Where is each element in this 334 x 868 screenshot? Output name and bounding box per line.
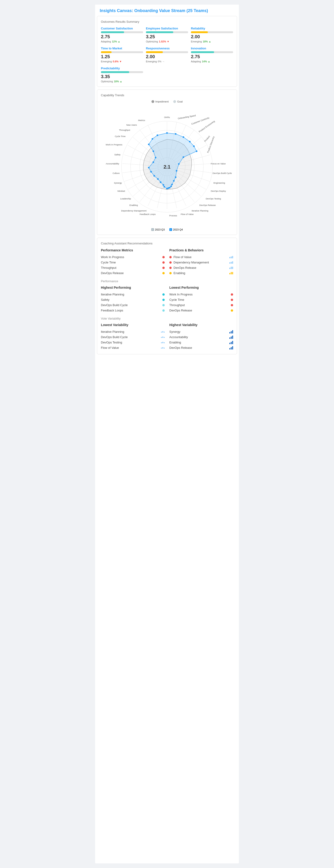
practices-heading: Practices & Behaviors: [169, 248, 233, 252]
low-var-bars-2: [161, 342, 165, 343]
outcome-trend-5: 14% ▲: [202, 60, 210, 63]
svg-point-62: [148, 144, 150, 145]
low-var-item-0: Iterative Planning: [101, 329, 165, 334]
svg-point-57: [150, 171, 152, 173]
high-var-list: Synergy Accountability Enabling DevOps R…: [169, 329, 233, 350]
q3-label-container[interactable]: ✓ 2023 Q3: [151, 228, 165, 231]
highest-label-2: DevOps Build Cycle: [101, 303, 128, 307]
low-var-item-1: DevOps Build Cycle: [101, 334, 165, 340]
practice-left-2: DevOps Release: [169, 266, 196, 270]
main-container: Insights Canvas: Onboarding Value Stream…: [95, 5, 239, 863]
capability-title: Capability Trends: [101, 93, 233, 97]
q4-checkbox[interactable]: ✓: [169, 228, 172, 231]
highest-item-0: Iterative Planning: [101, 292, 165, 297]
svg-point-52: [163, 186, 165, 188]
highest-dot-3: [162, 309, 165, 312]
low-var-label-3: Flow of Value: [101, 346, 119, 349]
goal-label: Goal: [177, 100, 183, 103]
high-var-label-0: Synergy: [169, 330, 180, 334]
svg-point-53: [162, 184, 164, 186]
lowest-heading: Lowest Performing: [169, 286, 233, 289]
outcome-value-2: 2.00: [191, 34, 233, 39]
svg-text:New Users: New Users: [126, 124, 137, 126]
coaching-section: Coaching Assistant Recommendations Perfo…: [97, 238, 237, 354]
high-var-bars-2: [230, 341, 233, 344]
practice-bar-0: [230, 256, 233, 258]
svg-text:Product: Product: [204, 135, 211, 143]
practice-item-1: Dependency Management: [169, 260, 233, 265]
performance-subtitle: Performance: [101, 279, 233, 283]
bar-1-0: [230, 262, 230, 264]
progress-bg-2: [191, 31, 233, 33]
outcome-status-3: Emerging: [101, 60, 112, 63]
lowest-label-3: DevOps Release: [169, 309, 192, 312]
lowest-dot-1: [231, 299, 233, 301]
outcome-status-4: Emerging: [146, 60, 157, 63]
outcome-trend-0: 12% ▲: [112, 40, 120, 43]
lv-bar-2-0: [161, 342, 162, 343]
practice-label-3: Enabling: [174, 271, 185, 275]
svg-point-37: [175, 133, 177, 135]
outcome-item-0: Customer Satisfaction 2.75 Adapting 12% …: [101, 27, 143, 43]
lowest-label-2: Throughput: [169, 303, 185, 307]
progress-fill-4: [146, 51, 163, 53]
high-var-bars-3: [230, 346, 233, 349]
high-var-item-2: Enabling: [169, 340, 233, 345]
coaching-title: Coaching Assistant Recommendations: [101, 242, 233, 245]
outcome-value-4: 2.00: [146, 54, 188, 59]
lowest-item-0: Work In Progress: [169, 292, 233, 297]
svg-text:Dependency Management: Dependency Management: [121, 210, 147, 212]
outcome-item-6: Predictability 3.35 Optimizing 18% ▲: [101, 67, 143, 83]
perf-metrics-list: Work In ProgressCycle TimeThroughputDevO…: [101, 254, 165, 276]
highest-dot-0: [162, 293, 165, 296]
svg-text:Metrics: Metrics: [138, 119, 145, 122]
progress-fill-6: [101, 71, 129, 73]
progress-bg-5: [191, 51, 233, 53]
hv-bar-2-1: [231, 342, 232, 344]
practice-left-0: Flow of Value: [169, 255, 191, 259]
legend-impediment: Impediment: [151, 100, 169, 103]
variability-grid: Lowest Variability Iterative Planning De…: [101, 323, 233, 350]
perf-metric-dot-2: [162, 267, 165, 269]
svg-text:Mindset: Mindset: [118, 190, 125, 192]
high-var-heading: Highest Variability: [169, 323, 233, 327]
lv-bar-0-2: [164, 332, 165, 333]
progress-fill-1: [146, 31, 173, 33]
bar-3-2: [232, 272, 233, 274]
practices-list: Flow of Value Dependency Management DevO…: [169, 254, 233, 276]
lv-bar-0-0: [161, 332, 162, 333]
svg-point-58: [148, 167, 150, 168]
bar-1-1: [231, 262, 232, 264]
perf-metric-item-3: DevOps Release: [101, 270, 165, 276]
outcome-item-2: Reliability 2.00 Emerging 18% ▲: [191, 27, 233, 43]
bar-2-1: [231, 267, 232, 269]
perf-metric-item-0: Work In Progress: [101, 254, 165, 260]
impediment-dot: [151, 100, 154, 103]
svg-point-49: [169, 187, 171, 189]
q4-label-container[interactable]: ✓ 2023 Q4: [169, 228, 183, 231]
svg-point-50: [168, 187, 169, 189]
lowest-performing-col: Lowest Performing Work In ProgressCycle …: [169, 286, 233, 313]
outcome-meta-6: Optimizing 18% ▲: [101, 80, 143, 83]
svg-text:Synergy: Synergy: [114, 182, 122, 184]
svg-point-42: [183, 156, 184, 158]
lv-bar-3-0: [161, 348, 162, 348]
q3-checkbox[interactable]: ✓: [151, 228, 154, 231]
lv-bar-1-2: [164, 337, 165, 338]
high-var-item-1: Accountability: [169, 334, 233, 340]
svg-point-46: [173, 180, 175, 182]
lv-bar-3-2: [164, 348, 165, 348]
low-var-bars-3: [161, 347, 165, 348]
svg-text:DevOps Testing: DevOps Testing: [206, 197, 221, 200]
low-var-list: Iterative Planning DevOps Build Cycle De…: [101, 329, 165, 350]
perf-metric-dot-0: [162, 256, 165, 258]
outcome-status-0: Adapting: [101, 40, 111, 43]
high-var-label-1: Accountability: [169, 335, 188, 339]
radar-chart-container: 2.1 OKRs Onboarding Speed Customer Centr…: [101, 105, 233, 226]
outcome-meta-5: Adapting 14% ▲: [191, 60, 233, 63]
outcome-label-6: Predictability: [101, 67, 143, 70]
performance-grid: Highest Performing Iterative PlanningSaf…: [101, 286, 233, 313]
outcome-label-3: Time to Market: [101, 46, 143, 50]
outcome-value-5: 2.75: [191, 54, 233, 59]
highest-variability-col: Highest Variability Synergy Accountabili…: [169, 323, 233, 350]
